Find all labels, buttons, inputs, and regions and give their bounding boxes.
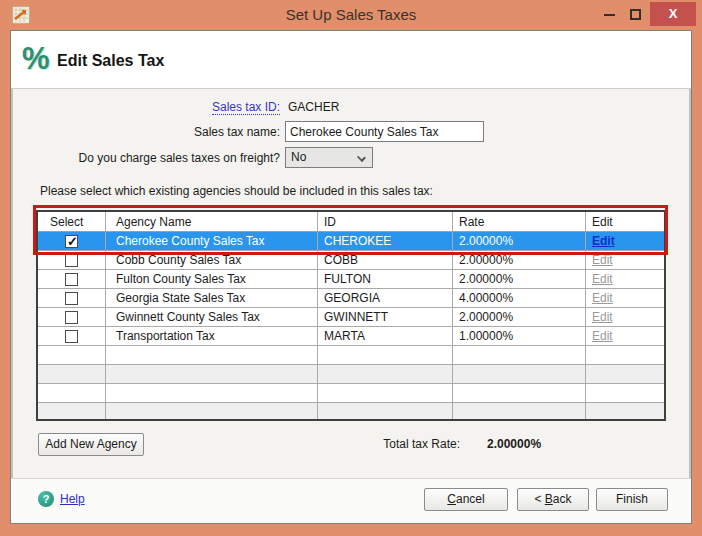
- minimize-button[interactable]: [598, 0, 622, 30]
- agency-id-cell: CHEROKEE: [318, 232, 453, 250]
- edit-cell: Edit: [586, 232, 664, 250]
- table-row[interactable]: Gwinnett County Sales TaxGWINNETT2.00000…: [38, 308, 664, 327]
- agency-name-cell: [106, 346, 318, 364]
- agency-id-cell: [318, 403, 453, 421]
- agency-table-rows: Cherokee County Sales TaxCHEROKEE2.00000…: [38, 232, 664, 421]
- table-row-empty[interactable]: [38, 384, 664, 403]
- agency-checkbox[interactable]: [65, 330, 78, 343]
- agency-name-cell: [106, 403, 318, 421]
- agency-rate-cell: 2.00000%: [453, 232, 586, 250]
- agency-checkbox[interactable]: [65, 273, 78, 286]
- column-header-rate: Rate: [453, 212, 586, 231]
- help-icon[interactable]: ?: [38, 491, 54, 507]
- edit-link[interactable]: Edit: [592, 272, 613, 286]
- table-instruction: Please select which existing agencies sh…: [40, 184, 433, 198]
- table-row-empty[interactable]: [38, 403, 664, 421]
- select-cell: [38, 232, 106, 250]
- table-row[interactable]: Transportation TaxMARTA1.00000%Edit: [38, 327, 664, 346]
- close-button[interactable]: X: [650, 2, 696, 26]
- title-bar: Set Up Sales Taxes X: [0, 0, 702, 30]
- table-row-empty[interactable]: [38, 365, 664, 384]
- freight-question-label: Do you charge sales taxes on freight?: [36, 151, 280, 165]
- edit-link[interactable]: Edit: [592, 253, 613, 267]
- window-title: Set Up Sales Taxes: [0, 0, 702, 30]
- agency-checkbox[interactable]: [65, 292, 78, 305]
- edit-cell: Edit: [586, 289, 664, 307]
- select-cell: [38, 346, 106, 364]
- agency-id-cell: GWINNETT: [318, 308, 453, 326]
- edit-link[interactable]: Edit: [592, 329, 613, 343]
- sales-tax-name-label: Sales tax name:: [36, 125, 280, 139]
- agency-table: Select Agency Name ID Rate Edit Cherokee…: [36, 210, 666, 421]
- agency-name-cell: Georgia State Sales Tax: [106, 289, 318, 307]
- maximize-button[interactable]: [624, 0, 648, 30]
- table-row[interactable]: Fulton County Sales TaxFULTON2.00000%Edi…: [38, 270, 664, 289]
- edit-cell: [586, 346, 664, 364]
- edit-cell: [586, 403, 664, 421]
- agency-id-cell: COBB: [318, 251, 453, 269]
- freight-dropdown-value: No: [291, 150, 306, 164]
- back-button[interactable]: < Back: [517, 488, 589, 511]
- agency-id-cell: MARTA: [318, 327, 453, 345]
- agency-id-cell: [318, 346, 453, 364]
- freight-dropdown[interactable]: No: [285, 147, 373, 168]
- sales-tax-id-link[interactable]: Sales tax ID:: [212, 100, 280, 115]
- table-row[interactable]: Cobb County Sales TaxCOBB2.00000%Edit: [38, 251, 664, 270]
- edit-cell: Edit: [586, 308, 664, 326]
- edit-link[interactable]: Edit: [592, 234, 615, 248]
- agency-rate-cell: [453, 346, 586, 364]
- table-header-row: Select Agency Name ID Rate Edit: [38, 212, 664, 232]
- agency-id-cell: [318, 384, 453, 402]
- edit-cell: [586, 365, 664, 383]
- table-row[interactable]: Cherokee County Sales TaxCHEROKEE2.00000…: [38, 232, 664, 251]
- page-title: Edit Sales Tax: [57, 52, 164, 70]
- select-cell: [38, 270, 106, 288]
- agency-rate-cell: 2.00000%: [453, 251, 586, 269]
- sales-tax-name-input[interactable]: [285, 121, 484, 142]
- select-cell: [38, 308, 106, 326]
- minimize-icon: [604, 14, 615, 16]
- agency-name-cell: [106, 365, 318, 383]
- agency-name-cell: Fulton County Sales Tax: [106, 270, 318, 288]
- agency-rate-cell: [453, 365, 586, 383]
- agency-rate-cell: 1.00000%: [453, 327, 586, 345]
- agency-rate-cell: 4.00000%: [453, 289, 586, 307]
- footer-bar: [11, 478, 691, 523]
- table-row[interactable]: Georgia State Sales TaxGEORGIA4.00000%Ed…: [38, 289, 664, 308]
- agency-id-cell: FULTON: [318, 270, 453, 288]
- cancel-button[interactable]: Cancel: [424, 488, 508, 511]
- help-link[interactable]: Help: [60, 492, 85, 506]
- agency-name-cell: Cobb County Sales Tax: [106, 251, 318, 269]
- column-header-agency-name: Agency Name: [106, 212, 318, 231]
- sales-tax-id-label-row: Sales tax ID:: [36, 100, 280, 114]
- agency-checkbox[interactable]: [65, 311, 78, 324]
- column-header-id: ID: [318, 212, 453, 231]
- finish-button[interactable]: Finish: [596, 488, 668, 511]
- add-new-agency-button[interactable]: Add New Agency: [38, 433, 144, 456]
- table-row-empty[interactable]: [38, 346, 664, 365]
- agency-name-cell: [106, 384, 318, 402]
- select-cell: [38, 384, 106, 402]
- edit-cell: [586, 384, 664, 402]
- agency-rate-cell: 2.00000%: [453, 308, 586, 326]
- edit-link[interactable]: Edit: [592, 310, 613, 324]
- agency-id-cell: [318, 365, 453, 383]
- select-cell: [38, 289, 106, 307]
- agency-checkbox[interactable]: [65, 235, 78, 248]
- total-tax-rate-label: Total tax Rate:: [330, 437, 460, 451]
- chevron-down-icon: [357, 153, 366, 162]
- agency-id-cell: GEORGIA: [318, 289, 453, 307]
- column-header-edit: Edit: [586, 212, 664, 231]
- select-cell: [38, 251, 106, 269]
- percent-icon: %: [22, 41, 50, 77]
- total-tax-rate-value: 2.00000%: [487, 437, 541, 451]
- agency-name-cell: Transportation Tax: [106, 327, 318, 345]
- edit-cell: Edit: [586, 251, 664, 269]
- edit-cell: Edit: [586, 327, 664, 345]
- agency-rate-cell: [453, 403, 586, 421]
- column-header-select: Select: [38, 212, 106, 231]
- select-cell: [38, 327, 106, 345]
- edit-link[interactable]: Edit: [592, 291, 613, 305]
- agency-checkbox[interactable]: [65, 254, 78, 267]
- select-cell: [38, 403, 106, 421]
